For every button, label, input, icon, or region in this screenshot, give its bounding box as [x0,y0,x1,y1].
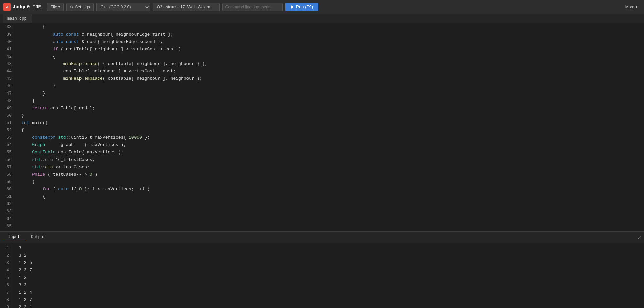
settings-label: Settings [75,5,90,9]
line-number: 54 [3,141,12,149]
line-number: 53 [3,134,12,141]
file-menu-button[interactable]: File ▾ [47,3,64,11]
run-label: Run (F9) [296,4,313,9]
io-line-number: 9 [3,304,9,308]
line-number: 56 [3,156,12,164]
code-container: 3839404142434445464748495051525354555657… [0,23,644,231]
code-line: } [21,112,639,119]
line-number: 57 [3,164,12,171]
line-number: 40 [3,38,12,46]
io-line: 1 3 7 [19,296,639,304]
io-tabs: Input Output ⤢ [0,232,644,243]
line-numbers: 3839404142434445464748495051525354555657… [0,23,16,231]
line-number: 52 [3,127,12,134]
line-number: 50 [3,112,12,119]
line-number: 41 [3,46,12,53]
line-number: 55 [3,149,12,156]
io-line: 1 3 [19,274,639,282]
io-line-number: 7 [3,289,9,296]
code-line: minHeap.erase( { costTable[ neighbour ],… [21,60,639,68]
cmd-args-input[interactable] [222,3,283,11]
file-chevron-icon: ▾ [58,5,60,9]
settings-button[interactable]: ⚙ Settings [66,3,93,11]
play-icon [291,5,294,9]
code-line: if ( costTable[ neighbour ] > vertexCost… [21,46,639,53]
io-line-number: 6 [3,282,9,289]
line-number: 58 [3,171,12,178]
compiler-flags-input[interactable] [153,3,220,11]
io-line-number: 8 [3,296,9,304]
code-line: } [21,97,639,105]
line-number: 60 [3,186,12,193]
line-number: 61 [3,193,12,200]
line-number: 48 [3,97,12,105]
maximize-io-button[interactable]: ⤢ [637,235,641,240]
line-number: 64 [3,215,12,223]
io-text[interactable]: 33 21 2 52 3 71 33 31 2 41 3 72 3 11 33 … [13,243,644,308]
run-button[interactable]: Run (F9) [285,3,318,11]
io-line-number: 5 [3,274,9,282]
more-label: More [625,5,634,9]
io-line-number: 1 [3,245,9,252]
output-tab[interactable]: Output [25,233,51,241]
code-line: { [21,127,639,134]
io-line: 1 2 5 [19,259,639,267]
line-number: 42 [3,53,12,60]
logo: ⊿ Judge0 IDE [3,3,41,11]
line-number: 45 [3,75,12,82]
code-line: std::uint16_t testCases; [21,156,639,164]
code-line: return costTable[ end ]; [21,105,639,112]
output-tab-label: Output [31,235,45,239]
code-line: auto const & neighbour{ neighbourEdge.fi… [21,31,639,38]
io-line: 3 3 [19,282,639,289]
settings-icon: ⚙ [70,5,74,9]
io-content: 123456789101112 33 21 2 52 3 71 33 31 2 … [0,243,644,308]
code-line: costTable[ neighbour ] = vertexCost + co… [21,68,639,75]
code-line: constexpr std::uint16_t maxVertices{ 100… [21,134,639,141]
io-line-number: 4 [3,267,9,274]
line-number: 47 [3,90,12,97]
line-number: 65 [3,223,12,230]
code-line: } [21,90,639,97]
more-button[interactable]: More ▾ [622,3,641,11]
io-line-number: 2 [3,252,9,259]
io-panel: Input Output ⤢ 123456789101112 33 21 2 5… [0,231,644,308]
line-number: 39 [3,31,12,38]
line-number: 62 [3,200,12,208]
code-line: { [21,178,639,186]
io-line: 2 3 7 [19,267,639,274]
code-line: Graph graph ( maxVertices ); [21,141,639,149]
logo-text: Judge0 IDE [13,4,41,10]
line-number: 49 [3,105,12,112]
line-number: 46 [3,82,12,90]
line-number: 66 [3,230,12,231]
input-tab-label: Input [8,235,20,239]
code-line: CostTable costTable( maxVertices ); [21,149,639,156]
input-tab[interactable]: Input [3,233,25,241]
file-label: File [51,5,57,9]
io-line: 1 2 4 [19,289,639,296]
line-number: 59 [3,178,12,186]
io-line: 3 [19,245,639,252]
code-line: { [21,53,639,60]
code-line: for ( auto i{ 0 }; i < maxVertices; ++i … [21,186,639,193]
code-line: int main() [21,119,639,127]
io-line-numbers: 123456789101112 [0,243,13,308]
toolbar: ⊿ Judge0 IDE File ▾ ⚙ Settings C++ (GCC … [0,0,644,14]
compiler-select[interactable]: C++ (GCC 9.2.0) [96,3,150,11]
line-number: 44 [3,68,12,75]
logo-icon: ⊿ [3,3,11,11]
file-tab[interactable]: main.cpp [3,14,32,23]
io-line: 2 3 1 [19,304,639,308]
code-line: while ( testCases-- > 0 ) [21,171,639,178]
code-line: auto const & cost{ neighbourEdge.second … [21,38,639,46]
file-tab-label: main.cpp [7,16,27,21]
io-line: 3 2 [19,252,639,259]
line-number: 43 [3,60,12,68]
code-line: minHeap.emplace( costTable[ neighbour ],… [21,75,639,82]
line-number: 63 [3,208,12,215]
tab-bar: main.cpp [0,14,644,23]
code-line: std::cin >> testCases; [21,164,639,171]
more-chevron-icon: ▾ [636,5,637,9]
code-lines[interactable]: { auto const & neighbour{ neighbourEdge.… [16,23,644,231]
